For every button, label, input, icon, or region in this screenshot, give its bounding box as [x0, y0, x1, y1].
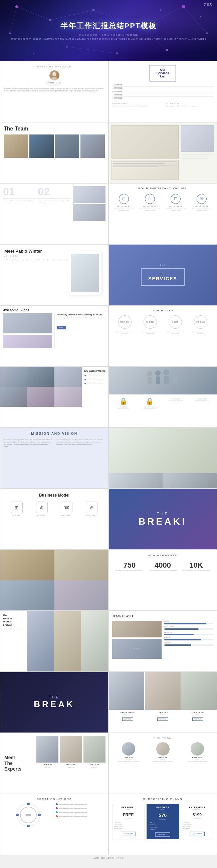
business-icon: ☎: [61, 502, 72, 513]
plan-btn[interactable]: GET STARTED: [190, 832, 205, 836]
expert-photo: [36, 736, 58, 763]
value-label: VALUE NAME: [112, 205, 135, 207]
svg-point-17: [116, 52, 118, 54]
slide-welcome: WELCOME MESSAGE JOHN DOE I sincerely wis…: [0, 61, 108, 122]
expert-col: IRAN BOB IRAN BOB: [60, 736, 82, 791]
plan-enterprise: ENTERPRISE $199/MO $199 PER MONTH • Unli…: [181, 804, 213, 839]
mission-content: Our mission statement goes here. The que…: [4, 439, 104, 448]
break-the: THE: [138, 512, 187, 516]
recent-title: OurRecentWorksof 2017: [3, 614, 24, 626]
svg-point-10: [16, 5, 18, 8]
collage-img: [54, 580, 108, 611]
plans-title: SUBSCRIBING PLANS: [112, 798, 213, 801]
solutions-row-text: Solution item description goes here for …: [59, 808, 87, 809]
slide-goals: OUR GOALS REACH WORK KEEP FOCUS Subtotal…: [108, 305, 217, 366]
slide-awesome: Awesome Slides Generally results sale ac…: [0, 305, 108, 366]
number-text: Lorem ipsum dolor sit amet consectetur a…: [3, 200, 36, 204]
solutions-row: Solution item description goes here for …: [56, 815, 105, 817]
slide-our-services: OUR OUR SERVICES: [108, 244, 217, 305]
people-info-row: KAREN WHITE Art Director VIEW MORE JOHN …: [109, 710, 217, 733]
view-more-btn[interactable]: VIEW MORE: [192, 717, 203, 721]
slide-business: Business Model ⊞ ITEM NAME ⊕ ITEM NAME ☎…: [0, 489, 108, 550]
solutions-content: 1 2 3 4 CORE Solution item description g…: [4, 803, 105, 827]
awesome-title: Awesome Slides: [3, 308, 105, 312]
expert-name: BURT GUY: [84, 764, 105, 766]
numbered-col1: 01 Lorem ipsum dolor sit amet consectetu…: [3, 186, 36, 241]
latest-img: [0, 367, 27, 387]
view-more-btn[interactable]: VIEW MORE: [122, 717, 133, 721]
expert-name: IRAN BOB: [60, 764, 82, 766]
lock-text: COLUMN NAMESample text goes here here.: [164, 399, 188, 402]
solutions-row-dot: [56, 803, 58, 805]
col-title: COLUMN NAME: [165, 103, 213, 104]
value-icon-4: ☏: [197, 194, 207, 204]
plan-name: PERSONAL: [115, 806, 142, 808]
svg-point-19: [9, 32, 11, 34]
svg-point-22: [33, 53, 34, 54]
achievement-number: 750: [116, 561, 143, 570]
theteam2-avatar: [191, 742, 204, 755]
person-role: Designer: [181, 713, 215, 715]
recent-img: [81, 611, 108, 672]
view-more-btn[interactable]: VIEW MORE: [157, 717, 168, 721]
value-icon-3: ☐: [170, 194, 181, 204]
skill-label: DESIGN: [164, 621, 214, 622]
skill-track: [164, 639, 214, 641]
awesome-btn[interactable]: MORE: [57, 326, 66, 330]
slide-meet-experts: Meet The Experts JOHN DOE IRAN BOB IRAN …: [0, 733, 108, 794]
business-icon: ⊕: [36, 502, 48, 513]
achievement-number: 4000: [149, 561, 177, 570]
team-title: The Team: [4, 126, 105, 132]
col-text: Sample text goes here. This is sample te…: [112, 105, 161, 107]
latest-img: [54, 387, 82, 407]
break-content: THE BREAK!: [138, 512, 187, 527]
person-role: Developer: [146, 713, 180, 715]
col-text: Sample text goes here. This is sample te…: [165, 105, 213, 107]
plan-type: $76/MO: [149, 809, 177, 811]
svg-point-21: [160, 9, 161, 11]
awesome-right-text: Sample text goes here. This is sample te…: [57, 317, 106, 321]
pablo-image: [68, 251, 101, 295]
services-meta: COLUMN NAME Sample text goes here. This …: [112, 103, 213, 107]
skill-fill: [164, 623, 206, 624]
theteam2-role: Designer: [147, 758, 179, 760]
plan-btn[interactable]: GET STARTED: [121, 832, 136, 836]
skill-fill: [164, 639, 201, 641]
person-role: Art Director: [111, 713, 145, 715]
business-icon-item: ☎ ITEM NAME: [61, 502, 72, 516]
lock-content: 🔒 COLUMN NAMESample text goes here. 🔒 CO…: [109, 395, 217, 428]
solutions-dot: 3: [27, 825, 30, 827]
goal-focus: FOCUS: [194, 315, 207, 329]
aerial-img-sm: [163, 473, 217, 488]
goal-keep: KEEP: [168, 315, 182, 329]
slide-team: The Team: [0, 122, 108, 183]
slide-collage: [0, 550, 108, 611]
business-icon-label: ITEM NAME: [11, 515, 23, 516]
solutions-title: GREAT SOLUTIONS: [4, 798, 105, 801]
sketch-area: [112, 125, 179, 180]
recent-sidebar: OurRecentWorksof 2017 Lorem ipsum dolor …: [0, 611, 27, 672]
svg-point-20: [199, 16, 201, 18]
num-img: [73, 204, 105, 221]
achievement-item: 750 Lorem ipsum dolor sit amet consectet…: [116, 561, 143, 571]
collage-img: [0, 580, 54, 611]
value-text: Simply dummy text of the printing and ty…: [138, 208, 162, 212]
slide-lock-people: 🔒 COLUMN NAMESample text goes here. 🔒 CO…: [108, 366, 217, 428]
lock-item1: 🔒 COLUMN NAMESample text goes here.: [112, 397, 135, 410]
sketch-img: [181, 125, 214, 152]
solutions-row: Solution item description goes here for …: [56, 807, 105, 809]
plans-grid: PERSONAL FREE FREE PER MONTH • 5 Project…: [112, 804, 213, 839]
footer-text: A1339 · 1500元 最图标 · 点击下载: [93, 857, 124, 859]
plan-price: $199: [183, 813, 211, 817]
theteam2-avatar: [156, 742, 169, 755]
plan-name: BUSINESS: [149, 806, 177, 808]
plan-btn[interactable]: GET STARTED: [155, 832, 170, 837]
plan-period: PER MONTH: [183, 818, 211, 819]
slide-break: THE BREAK!: [108, 489, 217, 550]
our-services-box: OUR SERVICES: [141, 268, 185, 286]
aerial-img-row: [109, 473, 217, 488]
aerial-img-main: [109, 428, 217, 472]
value-item: ☐ VALUE NAME Simply dummy text of the pr…: [164, 194, 188, 212]
svg-point-15: [206, 32, 208, 34]
number-01: 01: [3, 186, 36, 197]
